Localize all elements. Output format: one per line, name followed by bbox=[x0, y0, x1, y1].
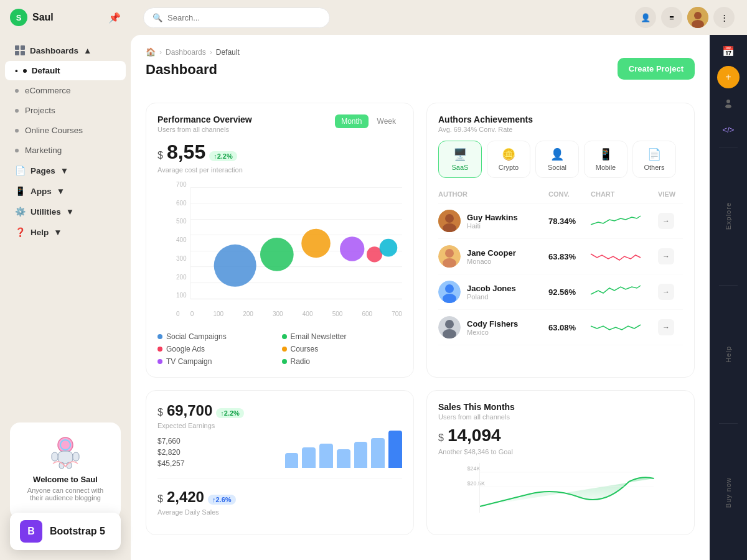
chevron-icon: ▼ bbox=[54, 228, 62, 237]
tab-crypto[interactable]: 🪙 Crypto bbox=[487, 141, 530, 178]
help-icon: ❓ bbox=[15, 227, 26, 237]
view-btn-jacob[interactable]: → bbox=[658, 284, 674, 300]
search-input[interactable] bbox=[167, 13, 321, 22]
bar-5 bbox=[354, 442, 368, 468]
mobile-label: Mobile bbox=[596, 164, 616, 171]
nav-dot bbox=[15, 149, 19, 152]
sidebar-item-projects[interactable]: Projects bbox=[5, 101, 126, 120]
bootstrap-icon: B bbox=[20, 520, 42, 543]
sidebar-item-online-courses[interactable]: Online Courses bbox=[5, 121, 126, 140]
conv-jane: 63.83% bbox=[548, 252, 586, 261]
legend-courses: Courses bbox=[282, 345, 403, 353]
daily-value: 2,420 bbox=[167, 488, 204, 506]
calendar-button[interactable]: 📅 bbox=[717, 40, 740, 62]
breadcrumb-dashboards[interactable]: Dashboards bbox=[166, 48, 206, 57]
y-label-24k: $24K bbox=[467, 465, 481, 472]
sidebar-label-utilities: Utilities bbox=[31, 207, 61, 217]
code-button[interactable]: </> bbox=[717, 118, 740, 141]
earnings-breakdown: $7,660 $2,820 $45,257 bbox=[157, 437, 275, 468]
period-month-tab[interactable]: Month bbox=[335, 114, 368, 128]
earnings-badge: ↑2.2% bbox=[216, 408, 244, 418]
tab-others[interactable]: 📄 Others bbox=[632, 141, 676, 178]
svg-point-29 bbox=[445, 320, 454, 329]
bar-chart bbox=[285, 431, 403, 468]
table-row: Jane Cooper Monaco 63.83% → bbox=[438, 239, 683, 274]
table-row: Jacob Jones Poland 92.56% → bbox=[438, 274, 683, 310]
authors-card: Authors Achievements Avg. 69.34% Conv. R… bbox=[426, 103, 695, 378]
view-btn-cody[interactable]: → bbox=[658, 319, 674, 335]
author-tabs: 🖥️ SaaS 🪙 Crypto 👤 Social 📱 bbox=[438, 141, 683, 178]
svg-rect-2 bbox=[52, 452, 58, 461]
earnings-item-2: $2,820 bbox=[157, 448, 275, 457]
bubble-green bbox=[260, 238, 294, 271]
chart-cody bbox=[591, 320, 641, 335]
sidebar-item-marketing[interactable]: Marketing bbox=[5, 141, 126, 160]
welcome-title: Welcome to Saul bbox=[20, 475, 111, 484]
sidebar-label-dashboards: Dashboards bbox=[30, 46, 78, 55]
welcome-subtitle: Anyone can connect with their audience b… bbox=[20, 487, 111, 502]
chevron-icon: ▲ bbox=[83, 46, 92, 55]
y-label-600: 600 bbox=[176, 200, 187, 207]
menu-button[interactable]: ≡ bbox=[661, 7, 682, 28]
pages-icon: 📄 bbox=[15, 166, 26, 175]
social-label: Social bbox=[548, 164, 566, 171]
avatar-guy bbox=[438, 210, 461, 232]
sidebar-item-dashboards[interactable]: Dashboards ▲ bbox=[5, 40, 126, 60]
view-btn-jane[interactable]: → bbox=[658, 248, 674, 264]
y-label-300: 300 bbox=[176, 255, 187, 262]
sidebar-item-ecommerce[interactable]: eCommerce bbox=[5, 81, 126, 100]
performance-card: Performance Overview Users from all chan… bbox=[146, 103, 414, 378]
conv-guy: 78.34% bbox=[548, 217, 586, 226]
utilities-icon: ⚙️ bbox=[15, 207, 26, 217]
author-details-guy: Guy Hawkins Haiti bbox=[467, 213, 518, 230]
sidebar-label-help: Help bbox=[31, 228, 49, 237]
period-week-tab[interactable]: Week bbox=[371, 114, 402, 128]
search-container[interactable]: 🔍 bbox=[143, 7, 330, 28]
author-name-guy: Guy Hawkins bbox=[467, 213, 518, 222]
more-button[interactable]: ⋮ bbox=[713, 7, 735, 28]
performance-titles: Performance Overview Users from all chan… bbox=[157, 114, 252, 133]
avatar-jacob bbox=[438, 281, 461, 303]
bar-3 bbox=[319, 444, 333, 468]
col-view: VIEW bbox=[658, 190, 683, 198]
sidebar-item-pages[interactable]: 📄 Pages ▼ bbox=[5, 161, 126, 180]
sidebar-label-marketing: Marketing bbox=[25, 146, 62, 155]
legend-dot-email bbox=[282, 334, 287, 339]
view-btn-guy[interactable]: → bbox=[658, 213, 674, 229]
bubble-chart-wrapper: 700 600 500 400 300 200 100 0 bbox=[176, 181, 402, 317]
authors-header: Authors Achievements Avg. 69.34% Conv. R… bbox=[438, 114, 683, 133]
pin-icon[interactable]: 📌 bbox=[108, 12, 121, 24]
conv-jacob: 92.56% bbox=[548, 287, 586, 297]
user-avatar[interactable] bbox=[687, 7, 708, 28]
earnings-metric: $ 69,700 ↑2.2% bbox=[157, 402, 275, 419]
add-button[interactable]: + bbox=[717, 66, 740, 88]
performance-subtitle: Users from all channels bbox=[157, 126, 252, 133]
sidebar-item-apps[interactable]: 📱 Apps ▼ bbox=[5, 181, 126, 201]
nav-dot bbox=[15, 129, 19, 133]
notification-button[interactable]: 👤 bbox=[635, 7, 656, 28]
tab-mobile[interactable]: 📱 Mobile bbox=[584, 141, 627, 178]
y-axis-labels: 700 600 500 400 300 200 100 0 bbox=[176, 181, 187, 317]
tab-saas[interactable]: 🖥️ SaaS bbox=[438, 141, 482, 178]
legend-email: Email Newsletter bbox=[282, 332, 403, 341]
legend-dot-radio bbox=[282, 359, 287, 364]
welcome-card: Welcome to Saul Anyone can connect with … bbox=[10, 422, 121, 519]
social-icon: 👤 bbox=[550, 147, 564, 161]
home-icon[interactable]: 🏠 bbox=[146, 47, 156, 57]
svg-point-34 bbox=[726, 100, 730, 103]
bubble-blue bbox=[214, 245, 256, 287]
conv-cody: 63.08% bbox=[548, 323, 586, 332]
user-panel-button[interactable] bbox=[717, 92, 740, 114]
avatar-cody bbox=[438, 316, 461, 338]
sidebar-item-default[interactable]: Default bbox=[5, 61, 126, 80]
chevron-icon: ▼ bbox=[57, 187, 65, 196]
create-project-button[interactable]: Create Project bbox=[618, 58, 695, 80]
authors-title: Authors Achievements bbox=[438, 114, 533, 124]
grid-icon bbox=[15, 45, 25, 55]
sidebar-item-help[interactable]: ❓ Help ▼ bbox=[5, 222, 126, 242]
tab-social[interactable]: 👤 Social bbox=[535, 141, 579, 178]
sales-metric: $ 14,094 bbox=[438, 426, 683, 446]
table-header: AUTHOR CONV. CHART VIEW bbox=[438, 188, 683, 203]
bootstrap-label: Bootstrap 5 bbox=[50, 526, 105, 537]
sidebar-item-utilities[interactable]: ⚙️ Utilities ▼ bbox=[5, 202, 126, 222]
